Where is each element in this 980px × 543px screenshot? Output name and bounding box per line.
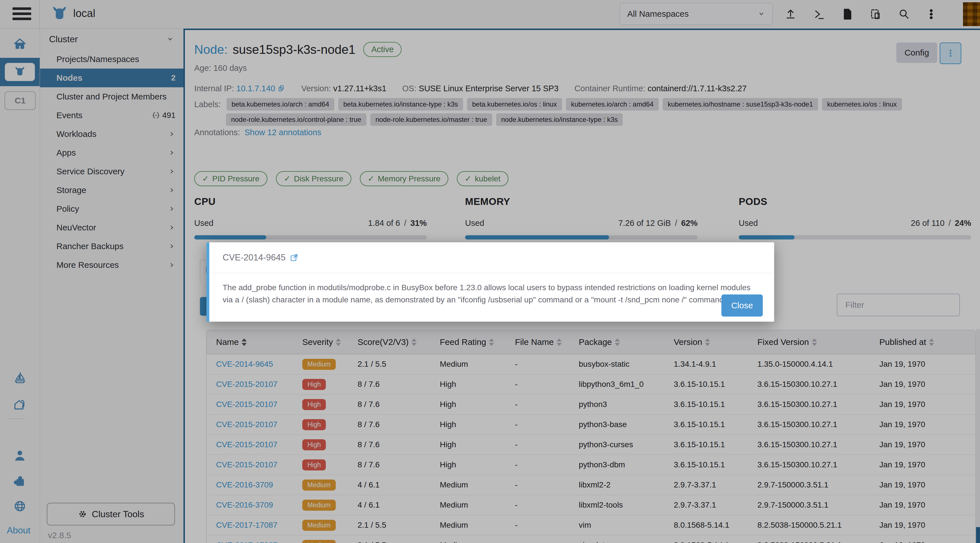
close-button[interactable]: Close (721, 294, 763, 317)
modal-title: CVE-2014-9645 (223, 252, 286, 263)
cve-description: The add_probe function in modutils/modpr… (223, 281, 758, 306)
cve-detail-modal: CVE-2014-9645 The add_probe function in … (207, 242, 774, 322)
external-link-icon[interactable] (290, 253, 299, 262)
